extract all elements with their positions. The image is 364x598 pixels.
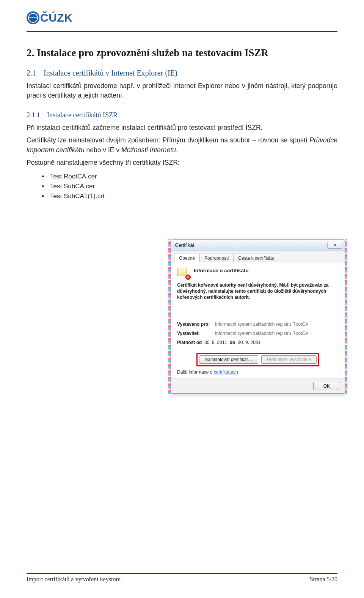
list-item: Test SubCA1(1).crt [42, 192, 337, 200]
paragraph: Certifikáty lze nainstalovat dvojím způs… [27, 136, 337, 155]
section-heading: 2. Instalace pro zprovoznění služeb na t… [27, 47, 337, 59]
section-number: 2. [27, 47, 34, 58]
certificate-file-list: Test RootCA.cer Test SubCA.cer Test SubC… [42, 173, 337, 200]
logo-text: ČÚZK [40, 11, 72, 24]
dialog-footer: OK [171, 379, 345, 393]
page-footer: Import certifikátů a vytvoření keystore … [27, 573, 337, 583]
valid-to-label: do [230, 340, 235, 345]
install-certificate-button[interactable]: Nainstalovat certifikát… [199, 355, 258, 364]
issuer-statement-button: Prohlášení vystavitele [261, 355, 317, 364]
globe-icon [27, 11, 39, 24]
certificates-help-link[interactable]: certifikátech [214, 369, 238, 375]
tab-general[interactable]: Obecné [174, 254, 200, 262]
subsubsection-title: Instalace certifikátů ISZR [47, 111, 118, 119]
subsection-number: 2.1 [27, 69, 36, 77]
tab-details[interactable]: Podrobnosti [199, 254, 234, 262]
subsubsection-heading: 2.1.1 Instalace certifikátů ISZR [27, 111, 337, 119]
close-button[interactable]: ✕ [327, 242, 342, 249]
valid-from-label: Platnost od [177, 340, 202, 345]
certificate-info-title: Informace o certifikátu [194, 268, 249, 273]
paragraph: Při instalaci certifikátů začneme instal… [27, 123, 337, 133]
certificate-dialog: Certifikát ✕ Obecné Podrobnosti Cesta k … [171, 239, 345, 394]
decorative-stripe [345, 239, 347, 394]
footer-left: Import certifikátů a vytvoření keystore [27, 576, 121, 583]
paragraph: Postupně nainstalujeme všechny tři certi… [27, 158, 337, 167]
more-info-text: Další informace o certifikátech [177, 369, 339, 375]
section-title: Instalace pro zprovoznění služeb na test… [37, 47, 268, 58]
dialog-body: ✕ Informace o certifikátu Certifikát koř… [171, 262, 345, 379]
certificate-error-icon: ✕ [177, 268, 190, 279]
text-run-italic: Možnosti Internetu [121, 146, 176, 154]
certificate-dialog-screenshot: Certifikát ✕ Obecné Podrobnosti Cesta k … [171, 239, 345, 394]
list-item: Test RootCA.cer [42, 173, 337, 180]
more-info-prefix: Další informace o [177, 369, 214, 375]
ok-button[interactable]: OK [313, 382, 340, 390]
decorative-stripe [168, 239, 171, 394]
footer-right: Strana 5/20 [310, 576, 337, 583]
close-icon: ✕ [333, 243, 337, 248]
text-run: . [176, 146, 178, 154]
issuer-row: Vystavitel: Informacni system zakladnich… [177, 331, 339, 336]
issued-to-label: Vystaveno pro: [177, 322, 215, 327]
validity-row: Platnost od 30. 9. 2011 do 30. 9. 2031 [177, 340, 339, 345]
separator [177, 316, 339, 316]
dialog-title: Certifikát [175, 242, 194, 248]
text-run: Certifikáty lze nainstalovat dvojím způs… [27, 136, 309, 144]
paragraph: Instalaci certifikátů provedeme např. v … [27, 81, 337, 101]
subsection-heading: 2.1 Instalace certifikátů v Internet Exp… [27, 69, 337, 77]
dialog-titlebar: Certifikát ✕ [171, 240, 345, 251]
issued-to-row: Vystaveno pro: Informacni system zakladn… [177, 322, 339, 327]
tab-cert-path[interactable]: Cesta k certifikátu [233, 254, 279, 262]
issued-to-value: Informacni system zakladnich registru Ro… [215, 322, 339, 327]
issuer-value: Informacni system zakladnich registru Ro… [215, 331, 339, 336]
issuer-label: Vystavitel: [177, 331, 215, 336]
text-run: nebo v IE v [85, 146, 121, 154]
list-item: Test SubCA.cer [42, 183, 337, 190]
dialog-tabs: Obecné Podrobnosti Cesta k certifikátu [171, 251, 345, 262]
valid-to-value: 30. 9. 2031 [238, 340, 260, 345]
valid-from-value: 30. 9. 2011 [204, 340, 227, 345]
install-button-highlight: Nainstalovat certifikát… Prohlášení vyst… [196, 353, 320, 366]
brand-logo: ČÚZK [27, 11, 337, 24]
subsubsection-number: 2.1.1 [27, 111, 40, 119]
certificate-warning-text: Certifikát kořenové autority není důvěry… [177, 282, 339, 301]
certificate-info-header: ✕ Informace o certifikátu [177, 268, 339, 279]
header-rule [27, 31, 337, 32]
subsection-title: Instalace certifikátů v Internet Explore… [44, 69, 177, 77]
